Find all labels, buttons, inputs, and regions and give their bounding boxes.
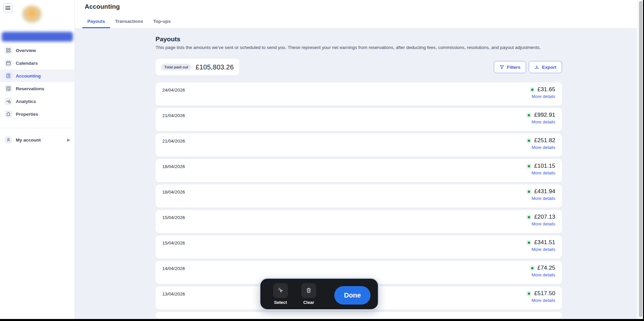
status-dot-green [530, 87, 535, 92]
payout-row[interactable]: 15/04/2026 £207.13 More details [156, 210, 562, 233]
page-header: Accounting Payouts Transactions Top-ups [75, 0, 644, 29]
status-dot-green [526, 240, 531, 245]
sidebar-item-calendars[interactable]: Calendars [0, 57, 75, 69]
status-dot-green [526, 138, 531, 143]
more-details-link[interactable]: More details [526, 221, 555, 226]
calendar-icon [5, 59, 12, 67]
payout-date: 21/04/2026 [162, 139, 185, 144]
sidebar-item-label: Accounting [16, 73, 41, 78]
total-paid-out-amount: £105,803.26 [196, 63, 233, 71]
hamburger-icon [5, 5, 10, 11]
sidebar-item-reservations[interactable]: Reservations [0, 82, 75, 95]
screen-edge-bottom [0, 319, 644, 321]
hamburger-menu-button[interactable] [3, 3, 12, 12]
total-paid-out-badge: Total paid out [161, 64, 191, 70]
app-screen: Overview Calendars Accounting Reservatio… [0, 0, 644, 321]
more-details-link[interactable]: More details [526, 196, 555, 201]
status-dot-green [530, 266, 535, 271]
payout-right: £31.65 More details [530, 86, 555, 99]
more-details-link[interactable]: More details [530, 272, 555, 277]
list-actions: Filters Export [494, 61, 562, 73]
payout-date: 18/04/2026 [162, 164, 185, 169]
done-button[interactable]: Done [334, 286, 371, 305]
house-icon [5, 110, 12, 118]
summary-row: Total paid out £105,803.26 Filters [156, 59, 562, 75]
scrollbar-thumb[interactable] [639, 1, 642, 317]
tab-transactions[interactable]: Transactions [110, 16, 148, 28]
analytics-icon [5, 98, 12, 105]
my-account-label: My account [16, 138, 41, 143]
more-details-link[interactable]: More details [526, 247, 555, 252]
tab-payouts[interactable]: Payouts [82, 16, 110, 28]
payout-amount: £517.50 [534, 290, 555, 297]
export-button[interactable]: Export [529, 61, 562, 73]
payout-date: 14/04/2026 [162, 266, 185, 271]
select-button-label: Select [274, 300, 287, 305]
tab-top-ups[interactable]: Top-ups [148, 16, 176, 28]
payout-row[interactable]: 18/04/2026 £431.94 More details [156, 184, 562, 208]
sidebar-item-my-account[interactable]: My account ▶ [0, 133, 75, 146]
total-paid-out-card: Total paid out £105,803.26 [156, 59, 239, 75]
sidebar-item-label: Reservations [16, 86, 44, 91]
payout-date: 21/04/2026 [162, 113, 185, 118]
payout-right: £251.82 More details [526, 137, 555, 150]
payout-date: 15/04/2026 [162, 240, 185, 246]
download-icon [534, 65, 539, 69]
payout-row[interactable]: 21/04/2026 £251.82 More details [156, 133, 562, 157]
select-button[interactable]: Select [273, 283, 288, 305]
payout-right: £517.50 More details [526, 290, 555, 303]
selection-toolbar: Select Clear Done [259, 278, 379, 310]
chevron-right-icon: ▶ [67, 138, 70, 142]
clear-button[interactable]: Clear [301, 283, 316, 305]
payout-date: 15/04/2026 [162, 215, 185, 220]
ledger-icon [5, 72, 12, 79]
person-icon [5, 136, 12, 144]
filters-button-label: Filters [507, 65, 521, 70]
more-details-link[interactable]: More details [526, 145, 555, 150]
payout-amount: £251.82 [534, 137, 555, 144]
payout-amount: £431.94 [534, 188, 555, 195]
section-description: This page lists the amounts we've sent o… [156, 45, 562, 51]
page-title: Accounting [85, 3, 120, 10]
blurred-primary-button[interactable] [2, 32, 73, 42]
payout-amount: £992.91 [534, 112, 555, 118]
sidebar-item-label: Analytics [16, 99, 36, 104]
more-details-link[interactable]: More details [526, 298, 555, 303]
payout-right: £207.13 More details [526, 214, 555, 226]
filter-funnel-icon [500, 65, 504, 69]
payout-date: 18/04/2026 [162, 190, 185, 195]
status-dot-green [526, 291, 531, 296]
payout-row-partial[interactable] [156, 312, 562, 319]
status-dot-green [526, 113, 531, 118]
status-dot-green [526, 164, 531, 169]
more-details-link[interactable]: More details [526, 170, 555, 175]
payout-right: £101.15 More details [526, 163, 555, 175]
payout-row[interactable]: 24/04/2026 £31.65 More details [156, 83, 562, 106]
payout-right: £992.91 More details [526, 112, 555, 124]
sidebar-divider [0, 128, 75, 128]
payout-row[interactable]: 15/04/2026 £341.51 More details [156, 235, 562, 259]
sidebar-item-analytics[interactable]: Analytics [0, 95, 75, 108]
payout-right: £431.94 More details [526, 188, 555, 201]
more-details-link[interactable]: More details [526, 119, 555, 124]
payout-amount: £341.51 [534, 239, 555, 246]
payout-row[interactable]: 18/04/2026 £101.15 More details [156, 159, 562, 182]
payout-amount: £31.65 [538, 86, 555, 93]
sidebar-nav: Overview Calendars Accounting Reservatio… [0, 44, 75, 120]
sidebar-item-label: Overview [16, 48, 36, 53]
payout-date: 13/04/2026 [162, 291, 185, 297]
payout-date: 24/04/2026 [162, 88, 185, 93]
export-button-label: Export [542, 65, 556, 70]
more-details-link[interactable]: More details [530, 94, 555, 99]
tab-bar: Payouts Transactions Top-ups [82, 16, 176, 28]
sidebar-item-overview[interactable]: Overview [0, 44, 75, 57]
filters-button[interactable]: Filters [494, 61, 526, 73]
main-area: Accounting Payouts Transactions Top-ups … [75, 0, 644, 321]
company-logo [22, 5, 42, 23]
sidebar-item-accounting[interactable]: Accounting [0, 69, 75, 82]
section-heading: Payouts [156, 36, 562, 43]
sidebar-item-properties[interactable]: Properties [0, 108, 75, 120]
payout-right: £341.51 More details [526, 239, 555, 252]
payout-row[interactable]: 21/04/2026 £992.91 More details [156, 108, 562, 131]
sidebar: Overview Calendars Accounting Reservatio… [0, 0, 75, 321]
